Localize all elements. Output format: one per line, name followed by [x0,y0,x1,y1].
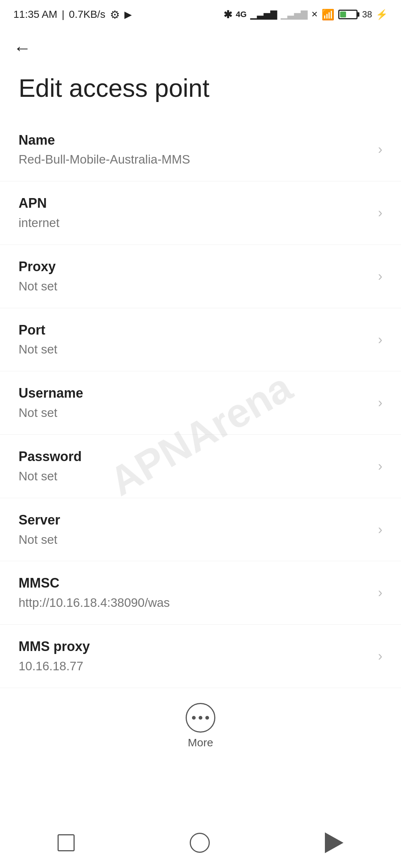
settings-item-name[interactable]: Name Red-Bull-Mobile-Australia-MMS › [0,118,401,182]
settings-item-apn-label: APN [19,195,371,212]
chevron-icon-server: › [378,522,382,537]
settings-item-username-content: Username Not set [19,385,371,421]
back-button-area[interactable]: ← [0,27,401,66]
nav-back-button[interactable] [325,832,343,853]
chevron-icon-username: › [378,395,382,411]
battery-indicator: 38 [338,9,372,20]
signal-bars2-icon: ▁▃▅▇ [281,9,307,20]
settings-item-apn-value: internet [19,215,371,231]
video-icon: ▶ [124,9,132,20]
nav-bar [0,821,401,868]
nav-home-button[interactable] [190,833,210,853]
chevron-icon-name: › [378,142,382,157]
settings-item-apn-content: APN internet [19,195,371,231]
back-button[interactable]: ← [13,38,31,58]
chevron-icon-apn: › [378,205,382,221]
settings-item-mms-proxy-value: 10.16.18.77 [19,658,371,674]
settings-list: Name Red-Bull-Mobile-Australia-MMS › APN… [0,118,401,688]
chevron-icon-password: › [378,458,382,474]
settings-item-mms-proxy-content: MMS proxy 10.16.18.77 [19,638,371,674]
more-dots-icon [192,716,209,720]
nav-recent-apps-button[interactable] [58,834,75,851]
dot-1 [192,716,196,720]
battery-box [338,10,358,19]
settings-item-port-label: Port [19,322,371,339]
settings-item-mmsc-value: http://10.16.18.4:38090/was [19,595,371,611]
more-button[interactable] [186,703,215,733]
settings-item-mms-proxy-label: MMS proxy [19,638,371,655]
bluetooth-icon: ✱ [224,9,232,21]
dot-2 [199,716,202,720]
settings-item-port-content: Port Not set [19,322,371,358]
settings-item-proxy[interactable]: Proxy Not set › [0,245,401,308]
settings-item-password-content: Password Not set [19,448,371,484]
bottom-more-area: More [0,688,401,760]
settings-item-server-value: Not set [19,532,371,548]
chevron-icon-proxy: › [378,269,382,284]
network-speed: 0.7KB/s [69,9,105,20]
settings-item-server[interactable]: Server Not set › [0,498,401,562]
settings-item-name-value: Red-Bull-Mobile-Australia-MMS [19,152,371,168]
settings-icon: ⚙ [110,8,120,21]
settings-item-mms-proxy[interactable]: MMS proxy 10.16.18.77 › [0,625,401,688]
bottom-spacer [0,760,401,819]
settings-item-server-content: Server Not set [19,512,371,548]
settings-item-username[interactable]: Username Not set › [0,371,401,435]
settings-item-username-value: Not set [19,405,371,421]
network-4g-icon: 4G [236,10,247,19]
charging-icon: ⚡ [376,9,388,20]
chevron-icon-mmsc: › [378,585,382,601]
dot-3 [205,716,209,720]
settings-item-proxy-content: Proxy Not set [19,258,371,295]
settings-item-mmsc-content: MMSC http://10.16.18.4:38090/was [19,575,371,611]
settings-item-mmsc[interactable]: MMSC http://10.16.18.4:38090/was › [0,561,401,625]
settings-item-name-content: Name Red-Bull-Mobile-Australia-MMS [19,132,371,168]
signal-bars-icon: ▁▃▅▇ [250,9,277,20]
settings-item-username-label: Username [19,385,371,402]
settings-item-password-label: Password [19,448,371,466]
more-label: More [188,736,213,749]
settings-item-mmsc-label: MMSC [19,575,371,592]
signal-cross-icon: ✕ [311,10,318,19]
battery-fill [340,11,346,17]
status-bar-left: 11:35 AM | 0.7KB/s ⚙ ▶ [13,8,132,21]
settings-item-server-label: Server [19,512,371,529]
wifi-icon: 📶 [322,9,335,21]
chevron-icon-port: › [378,332,382,348]
settings-item-proxy-label: Proxy [19,258,371,276]
settings-item-port-value: Not set [19,342,371,358]
chevron-icon-mms-proxy: › [378,648,382,664]
settings-item-port[interactable]: Port Not set › [0,308,401,372]
battery-percent: 38 [362,9,372,20]
speed-display: | [62,9,64,20]
time-display: 11:35 AM [13,9,57,20]
settings-item-apn[interactable]: APN internet › [0,181,401,245]
settings-item-proxy-value: Not set [19,279,371,295]
settings-item-password[interactable]: Password Not set › [0,435,401,498]
settings-item-name-label: Name [19,132,371,149]
status-bar: 11:35 AM | 0.7KB/s ⚙ ▶ ✱ 4G ▁▃▅▇ ▁▃▅▇ ✕ … [0,0,401,27]
status-bar-right: ✱ 4G ▁▃▅▇ ▁▃▅▇ ✕ 📶 38 ⚡ [224,9,388,21]
page-title: Edit access point [0,66,401,118]
settings-item-password-value: Not set [19,468,371,484]
